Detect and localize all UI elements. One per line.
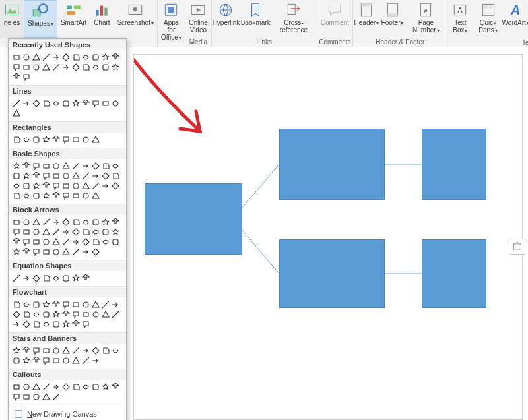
- shape-option[interactable]: [81, 345, 90, 355]
- online-video-button[interactable]: Online Video: [185, 0, 211, 38]
- shape-option[interactable]: [81, 171, 90, 181]
- shape-option[interactable]: [90, 345, 100, 355]
- shape-option[interactable]: [21, 171, 31, 181]
- shape-option[interactable]: [51, 161, 61, 171]
- shape-option[interactable]: [100, 98, 110, 108]
- shape-option[interactable]: [31, 247, 41, 256]
- shape-option[interactable]: [90, 161, 100, 171]
- shape-option[interactable]: [71, 309, 81, 319]
- shape-option[interactable]: [21, 319, 31, 329]
- shape-option[interactable]: [81, 299, 90, 309]
- shape-option[interactable]: [11, 191, 21, 200]
- shape-option[interactable]: [81, 355, 90, 365]
- shape-option[interactable]: [81, 181, 90, 191]
- apps-for-office-button[interactable]: Apps for Office▾: [158, 0, 185, 38]
- shape-option[interactable]: [31, 319, 41, 329]
- shape-option[interactable]: [61, 237, 71, 247]
- shape-option[interactable]: [11, 135, 21, 144]
- shape-option[interactable]: [21, 227, 31, 237]
- shape-option[interactable]: [110, 382, 120, 392]
- shape-option[interactable]: [11, 62, 21, 72]
- shape-option[interactable]: [51, 273, 61, 283]
- shape-option[interactable]: [31, 217, 41, 227]
- shape-option[interactable]: [21, 299, 31, 309]
- shape-option[interactable]: [51, 191, 61, 200]
- shape-option[interactable]: [21, 62, 31, 72]
- shape-option[interactable]: [31, 273, 41, 283]
- shape-option[interactable]: [31, 191, 41, 200]
- shape-option[interactable]: [90, 382, 100, 392]
- shape-option[interactable]: [21, 345, 31, 355]
- shape-option[interactable]: [110, 299, 120, 309]
- shape-option[interactable]: [71, 98, 81, 108]
- shape-option[interactable]: [11, 52, 21, 62]
- shape-option[interactable]: [21, 135, 31, 144]
- wordart-button[interactable]: A WordArt▾: [504, 0, 528, 38]
- shape-option[interactable]: [61, 227, 71, 237]
- shape-option[interactable]: [71, 135, 81, 144]
- shape-option[interactable]: [51, 319, 61, 329]
- shape-option[interactable]: [61, 319, 71, 329]
- shape-option[interactable]: [31, 181, 41, 191]
- shape-option[interactable]: [31, 309, 41, 319]
- shape-option[interactable]: [81, 273, 90, 283]
- shape-option[interactable]: [61, 382, 71, 392]
- shape-option[interactable]: [21, 217, 31, 227]
- shape-option[interactable]: [61, 247, 71, 256]
- shape-option[interactable]: [51, 392, 61, 402]
- shape-option[interactable]: [61, 273, 71, 283]
- shape-option[interactable]: [31, 345, 41, 355]
- shape-option[interactable]: [71, 299, 81, 309]
- document-canvas[interactable]: [127, 54, 528, 420]
- shape-option[interactable]: [100, 171, 110, 181]
- shape-option[interactable]: [31, 237, 41, 247]
- shape-option[interactable]: [41, 98, 51, 108]
- shape-option[interactable]: [51, 299, 61, 309]
- shape-option[interactable]: [100, 181, 110, 191]
- shape-option[interactable]: [11, 108, 21, 118]
- shape-option[interactable]: [31, 392, 41, 402]
- shape-option[interactable]: [41, 309, 51, 319]
- shape-option[interactable]: [110, 217, 120, 227]
- shape-option[interactable]: [41, 135, 51, 144]
- shape-option[interactable]: [90, 98, 100, 108]
- shape-option[interactable]: [90, 237, 100, 247]
- shape-option[interactable]: [100, 227, 110, 237]
- shape-option[interactable]: [81, 319, 90, 329]
- shape-option[interactable]: [81, 52, 90, 62]
- shape-option[interactable]: [51, 135, 61, 144]
- shape-option[interactable]: [81, 98, 90, 108]
- new-drawing-canvas-button[interactable]: New Drawing Canvas: [9, 405, 126, 420]
- shape-option[interactable]: [61, 135, 71, 144]
- shape-option[interactable]: [31, 171, 41, 181]
- text-box-button[interactable]: A Text Box▾: [447, 0, 473, 38]
- connector-line[interactable]: [242, 230, 279, 274]
- shape-option[interactable]: [61, 191, 71, 200]
- online-pictures-partial-button[interactable]: ne es: [0, 0, 24, 38]
- shape-option[interactable]: [31, 299, 41, 309]
- shape-option[interactable]: [31, 227, 41, 237]
- shape-option[interactable]: [51, 227, 61, 237]
- shape-option[interactable]: [11, 171, 21, 181]
- diagram-rectangle[interactable]: [145, 183, 242, 255]
- shape-option[interactable]: [31, 52, 41, 62]
- shape-option[interactable]: [51, 355, 61, 365]
- shape-option[interactable]: [71, 171, 81, 181]
- shape-option[interactable]: [51, 181, 61, 191]
- shape-option[interactable]: [61, 355, 71, 365]
- shape-option[interactable]: [11, 319, 21, 329]
- shape-option[interactable]: [61, 161, 71, 171]
- shape-option[interactable]: [71, 345, 81, 355]
- shape-option[interactable]: [100, 237, 110, 247]
- shape-option[interactable]: [31, 98, 41, 108]
- shape-option[interactable]: [21, 181, 31, 191]
- shape-option[interactable]: [71, 161, 81, 171]
- shape-option[interactable]: [110, 161, 120, 171]
- shape-option[interactable]: [11, 309, 21, 319]
- shape-option[interactable]: [90, 191, 100, 200]
- shape-option[interactable]: [51, 52, 61, 62]
- comment-button[interactable]: Comment: [317, 0, 352, 38]
- shape-option[interactable]: [51, 237, 61, 247]
- shape-option[interactable]: [71, 273, 81, 283]
- shape-option[interactable]: [11, 161, 21, 171]
